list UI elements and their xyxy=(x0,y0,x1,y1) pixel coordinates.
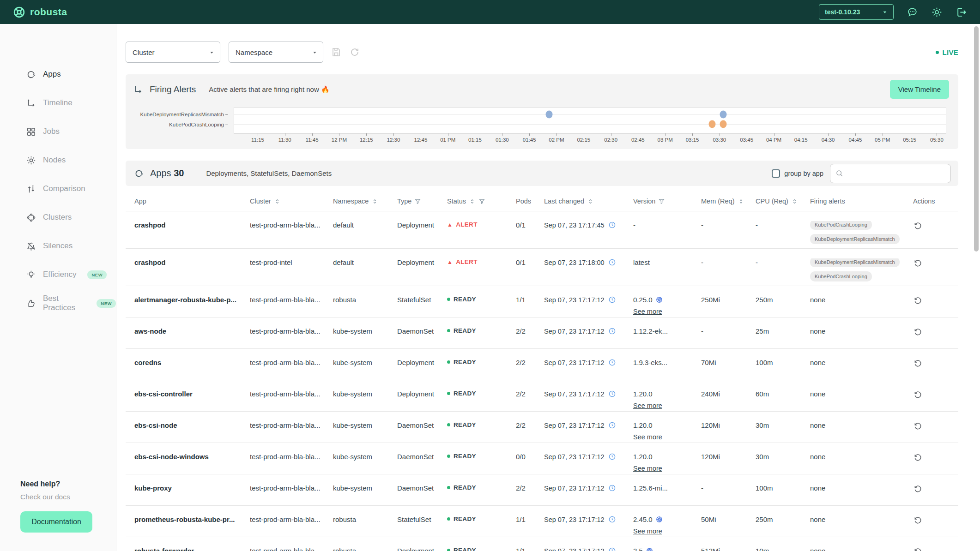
alert-pill: KubePodCrashLooping xyxy=(810,221,872,230)
sidebar-item-efficiency[interactable]: EfficiencyNEW xyxy=(0,260,116,289)
version-select-value: test-0.10.23 xyxy=(825,8,860,16)
app-name: crashpod xyxy=(134,258,250,266)
column-header-type[interactable]: Type xyxy=(397,198,447,205)
chart-x-tick-label: 12:45 xyxy=(414,137,428,143)
table-row[interactable]: ebs-csi-node-windowstest-prod-arm-bla-bl… xyxy=(126,443,958,474)
chart-gridline xyxy=(234,124,946,125)
sidebar-item-clusters[interactable]: Clusters xyxy=(0,203,116,232)
firing-alerts-none: none xyxy=(810,296,825,304)
sidebar-item-timeline[interactable]: Timeline xyxy=(0,89,116,117)
chart-x-tick xyxy=(692,133,693,136)
search-input[interactable] xyxy=(847,169,946,177)
table-row[interactable]: alertmanager-robusta-kube-p...test-prod-… xyxy=(126,286,958,317)
chart-x-tick-label: 04:45 xyxy=(849,137,862,143)
table-row[interactable]: robusta-forwardertest-prod-arm-bla-bla..… xyxy=(126,537,958,551)
column-header-namespace[interactable]: Namespace xyxy=(333,198,397,205)
firing-alerts-card: Firing Alerts Active alerts that are fir… xyxy=(126,74,958,149)
apps-count: 30 xyxy=(174,168,184,178)
app-name: aws-node xyxy=(134,327,250,335)
cluster-select[interactable]: Cluster xyxy=(126,42,220,63)
chart-x-tick-label: 05 PM xyxy=(875,137,890,143)
chart-x-tick xyxy=(747,133,747,136)
search-box[interactable] xyxy=(830,164,951,183)
scrollbar-thumb[interactable] xyxy=(974,26,979,252)
pods-value: 0/1 xyxy=(516,221,544,229)
sidebar: AppsTimelineJobsNodesComparisonClustersS… xyxy=(0,24,116,551)
rollback-action-icon[interactable] xyxy=(913,258,951,268)
sidebar-item-nodes[interactable]: Nodes xyxy=(0,146,116,174)
see-more-link[interactable]: See more xyxy=(633,308,662,315)
sidebar-item-silences[interactable]: Silences xyxy=(0,232,116,260)
table-row[interactable]: crashpodtest-prod-arm-bla-bla...defaultD… xyxy=(126,211,958,248)
rollback-action-icon[interactable] xyxy=(913,453,951,462)
see-more-link[interactable]: See more xyxy=(633,402,662,409)
namespace-select[interactable]: Namespace xyxy=(229,42,323,63)
column-header-version[interactable]: Version xyxy=(633,198,701,205)
sidebar-item-apps[interactable]: Apps xyxy=(0,60,116,89)
firing-alert-pills: KubePodCrashLoopingKubeDeploymentReplica… xyxy=(810,221,908,244)
last-changed-value: Sep 07, 23 17:17:12 xyxy=(544,515,633,523)
rollback-action-icon[interactable] xyxy=(913,296,951,305)
documentation-button[interactable]: Documentation xyxy=(20,511,92,533)
best-practices-icon xyxy=(26,298,36,309)
rollback-action-icon[interactable] xyxy=(913,327,951,337)
table-row[interactable]: ebs-csi-nodetest-prod-arm-bla-bla...kube… xyxy=(126,411,958,443)
column-header-cpu-req-[interactable]: CPU (Req) xyxy=(756,198,810,205)
rollback-action-icon[interactable] xyxy=(913,221,951,231)
table-row[interactable]: corednstest-prod-arm-bla-bla...kube-syst… xyxy=(126,348,958,380)
mem-req-value: 240Mi xyxy=(701,390,756,398)
group-by-app-checkbox[interactable] xyxy=(772,169,780,178)
type-value: DaemonSet xyxy=(397,327,447,335)
logout-icon[interactable] xyxy=(956,6,967,18)
rollback-action-icon[interactable] xyxy=(913,547,951,551)
table-row[interactable]: crashpodtest-prod-inteldefaultDeployment… xyxy=(126,248,958,286)
view-timeline-button[interactable]: View Timeline xyxy=(890,80,949,99)
ready-dot-icon xyxy=(447,392,450,395)
table-row[interactable]: ebs-csi-controllertest-prod-arm-bla-bla.… xyxy=(126,380,958,411)
type-value: Deployment xyxy=(397,221,447,229)
table-row[interactable]: prometheus-robusta-kube-pr...test-prod-a… xyxy=(126,505,958,537)
version-select[interactable]: test-0.10.23 xyxy=(819,4,894,20)
table-row[interactable]: aws-nodetest-prod-arm-bla-bla...kube-sys… xyxy=(126,317,958,348)
column-header-cluster[interactable]: Cluster xyxy=(250,198,333,205)
column-header-status[interactable]: Status xyxy=(447,198,516,205)
alert-pill: KubePodCrashLooping xyxy=(810,271,872,281)
chat-icon[interactable] xyxy=(907,6,918,18)
last-changed-value: Sep 07, 23 17:17:12 xyxy=(544,484,633,492)
rollback-action-icon[interactable] xyxy=(913,359,951,368)
last-changed-value: Sep 07, 23 17:17:12 xyxy=(544,359,633,366)
rollback-action-icon[interactable] xyxy=(913,390,951,400)
firing-alerts-none: none xyxy=(810,359,825,366)
group-by-app-toggle[interactable]: group by app xyxy=(772,169,823,178)
save-filter-icon[interactable] xyxy=(331,47,342,58)
app-name: alertmanager-robusta-kube-p... xyxy=(134,296,250,304)
chart-x-tick-label: 01:15 xyxy=(468,137,482,143)
see-more-link[interactable]: See more xyxy=(633,465,662,472)
sidebar-item-label: Clusters xyxy=(43,213,72,222)
sidebar-item-comparison[interactable]: Comparison xyxy=(0,174,116,203)
chart-row-label: KubeDeploymentReplicasMismatch xyxy=(133,112,228,117)
gear-icon[interactable] xyxy=(931,6,943,18)
rollback-action-icon[interactable] xyxy=(913,515,951,525)
last-changed-value: Sep 07, 23 17:17:12 xyxy=(544,390,633,398)
comparison-icon xyxy=(26,184,36,194)
cpu-req-value: 60m xyxy=(756,390,810,398)
cluster-value: test-prod-arm-bla-bla... xyxy=(250,484,333,492)
see-more-link[interactable]: See more xyxy=(633,527,662,535)
chart-x-tick-label: 03:45 xyxy=(740,137,753,143)
ready-dot-icon xyxy=(447,549,450,551)
mem-req-value: - xyxy=(701,484,756,492)
pods-value: 1/1 xyxy=(516,296,544,304)
chart-x-tick xyxy=(557,133,557,136)
sidebar-item-best-practices[interactable]: Best PracticesNEW xyxy=(0,289,116,317)
rollback-action-icon[interactable] xyxy=(913,421,951,431)
column-header-mem-req-[interactable]: Mem (Req) xyxy=(701,198,756,205)
refresh-filters-icon[interactable] xyxy=(349,47,360,58)
status-badge: READY xyxy=(447,359,511,365)
rollback-action-icon[interactable] xyxy=(913,484,951,494)
column-header-last-changed[interactable]: Last changed xyxy=(544,198,633,205)
chart-x-tick-label: 04 PM xyxy=(766,137,781,143)
table-row[interactable]: kube-proxytest-prod-arm-bla-bla...kube-s… xyxy=(126,474,958,505)
see-more-link[interactable]: See more xyxy=(633,433,662,441)
sidebar-item-jobs[interactable]: Jobs xyxy=(0,117,116,146)
